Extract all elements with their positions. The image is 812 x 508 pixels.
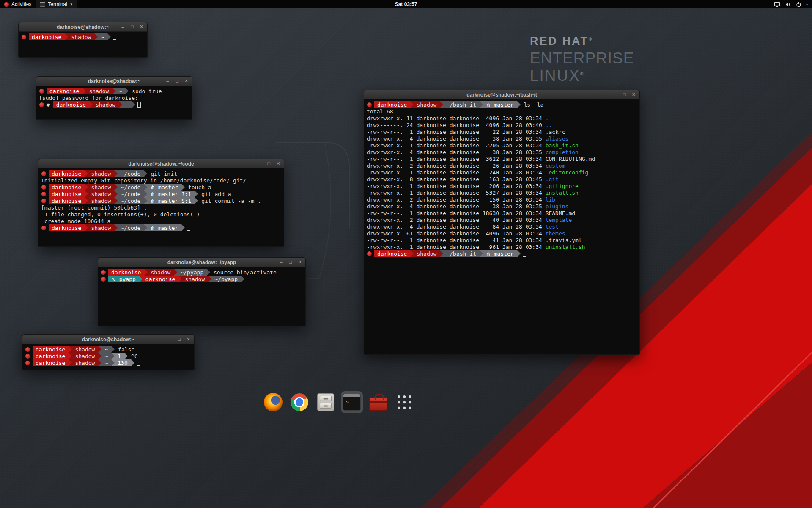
terminal-content[interactable]: darknoiseshadow~ sudo true[sudo] passwor… <box>36 86 192 110</box>
terminal-text: create mode 100644 a <box>41 218 110 224</box>
dock-item-files[interactable] <box>315 391 337 413</box>
powerline-arrow-icon <box>144 184 147 190</box>
terminal-line: -rwxrwxr-x. 1 darknoise darknoise 240 Ja… <box>367 169 637 176</box>
prompt-segment: ⋔ master S:1 <box>147 197 195 204</box>
terminal-text: drwxrwxr-x. 2 darknoise darknoise 40 Jan… <box>367 216 546 223</box>
prompt-segment: shadow <box>88 184 114 190</box>
close-button[interactable]: ✕ <box>184 79 189 83</box>
terminal-line: darknoiseshadow~/bash-it⋔ master <box>367 250 637 257</box>
prompt-segment: shadow <box>88 224 114 231</box>
prompt-segment: darknoise <box>49 197 85 204</box>
dock-item-chrome[interactable] <box>288 391 310 413</box>
prompt-segment: darknoise <box>33 353 69 359</box>
maximize-button[interactable]: □ <box>266 161 272 166</box>
prompt-segment: darknoise <box>143 276 178 282</box>
terminal-text: -rwxrwxr-x. 1 darknoise darknoise 961 Ja… <box>367 243 546 250</box>
terminal-text: plugins <box>546 203 569 210</box>
rhel-logo-enterprise: ENTERPRISE <box>530 50 634 66</box>
powerline-arrow-icon <box>131 359 134 366</box>
maximize-button[interactable]: □ <box>129 25 135 29</box>
powerline-arrow-icon <box>111 346 115 353</box>
terminal-line: -rwxrwxr-x. 1 darknoise darknoise 2205 J… <box>367 142 637 149</box>
window-titlebar[interactable]: darknoise@shadow:~/code – □ ✕ <box>38 159 284 168</box>
terminal-line: darknoiseshadow~ false <box>25 346 192 353</box>
terminal-text: drwxrwxr-x. 4 darknoise darknoise 38 Jan… <box>367 203 546 210</box>
terminal-content[interactable]: darknoiseshadow~ <box>19 32 147 42</box>
minimize-button[interactable]: – <box>257 161 262 166</box>
window-titlebar[interactable]: darknoise@shadow:~/pyapp – □ ✕ <box>98 258 305 267</box>
close-button[interactable]: ✕ <box>139 25 144 29</box>
terminal-window-pyapp[interactable]: darknoise@shadow:~/pyapp – □ ✕ darknoise… <box>98 257 306 326</box>
terminal-line: darknoiseshadow~1 ^C <box>25 353 192 359</box>
close-button[interactable]: ✕ <box>297 260 302 265</box>
minimize-button[interactable]: – <box>278 260 284 265</box>
terminal-window-sudo[interactable]: darknoise@shadow:~ – □ ✕ darknoiseshadow… <box>36 76 192 120</box>
minimize-button[interactable]: – <box>167 337 173 342</box>
prompt-segment: shadow <box>93 101 119 108</box>
minimize-button[interactable]: – <box>120 25 126 29</box>
prompt-segment: darknoise <box>29 33 65 40</box>
terminal-icon: >_ <box>343 394 361 411</box>
terminal-line: darknoiseshadow~/code git init <box>41 170 281 177</box>
app-menu-label: Terminal <box>48 1 67 7</box>
window-title: darknoise@shadow:~/code <box>38 161 284 167</box>
terminal-text: 1 file changed, 0 insertions(+), 0 delet… <box>41 211 200 218</box>
power-icon <box>796 2 801 7</box>
dock-item-terminal[interactable]: >_ <box>341 391 363 413</box>
terminal-content[interactable]: darknoiseshadow~/bash-it⋔ master ls -lat… <box>364 99 639 259</box>
terminal-window-code[interactable]: darknoise@shadow:~/code – □ ✕ darknoises… <box>38 159 284 247</box>
system-status-area[interactable]: ▾ <box>774 0 812 8</box>
maximize-button[interactable]: □ <box>622 92 627 97</box>
terminal-text: .git <box>546 176 559 182</box>
window-titlebar[interactable]: darknoise@shadow:~/bash-it – □ ✕ <box>364 90 639 99</box>
terminal-line: drwxrwxr-x. 8 darknoise darknoise 163 Ja… <box>367 176 637 182</box>
terminal-line: -rw-rw-r--. 1 darknoise darknoise 22 Jan… <box>367 128 637 135</box>
terminal-window-home-1[interactable]: darknoise@shadow:~ – □ ✕ darknoiseshadow… <box>18 22 148 58</box>
window-titlebar[interactable]: darknoise@shadow:~ – □ ✕ <box>19 22 147 32</box>
terminal-text: .. <box>546 121 552 128</box>
minimize-button[interactable]: – <box>612 92 618 97</box>
terminal-content[interactable]: darknoiseshadow~/code git initInitialize… <box>38 168 284 233</box>
window-titlebar[interactable]: darknoise@shadow:~ – □ ✕ <box>22 335 194 344</box>
dock-item-toolbox[interactable] <box>367 391 389 413</box>
app-menu-terminal[interactable]: Terminal ▼ <box>36 0 77 8</box>
close-button[interactable]: ✕ <box>631 92 636 97</box>
redhat-prompt-icon <box>41 226 46 230</box>
maximize-button[interactable]: □ <box>176 337 182 342</box>
terminal-window-bash-it[interactable]: darknoise@shadow:~/bash-it – □ ✕ darknoi… <box>364 90 640 355</box>
maximize-button[interactable]: □ <box>174 79 180 83</box>
dock-item-app-grid[interactable] <box>393 391 415 413</box>
terminal-text: -rw-rw-r--. 1 darknoise darknoise 18630 … <box>367 210 546 216</box>
terminal-text: source bin/activate <box>210 269 277 276</box>
terminal-icon-glyph: >_ <box>346 400 351 405</box>
window-titlebar[interactable]: darknoise@shadow:~ – □ ✕ <box>36 77 192 86</box>
prompt-segment: darknoise <box>33 346 69 353</box>
terminal-text: drwxrwxr-x. 4 darknoise darknoise 38 Jan… <box>367 149 546 155</box>
prompt-segment: ~/code <box>118 224 144 231</box>
activities-button[interactable]: Activities <box>0 0 36 8</box>
powerline-arrow-icon <box>480 250 483 257</box>
redhat-prompt-icon <box>41 199 46 203</box>
powerline-arrow-icon <box>85 224 88 231</box>
terminal-line: create mode 100644 a <box>41 218 281 224</box>
terminal-text: Initialized empty Git repository in /hom… <box>41 177 246 184</box>
minimize-button[interactable]: – <box>165 79 170 83</box>
firefox-icon <box>264 393 283 411</box>
powerline-arrow-icon <box>241 276 244 282</box>
close-button[interactable]: ✕ <box>275 161 281 166</box>
prompt-segment: ~/code <box>118 190 144 197</box>
redhat-prompt-icon <box>367 102 372 107</box>
terminal-text: -rw-rw-r--. 1 darknoise darknoise 22 Jan… <box>367 128 546 135</box>
terminal-line: [sudo] password for darknoise: <box>39 94 189 101</box>
close-button[interactable]: ✕ <box>186 337 191 342</box>
terminal-text: [master (root-commit) 50bcb63] . <box>41 204 147 211</box>
terminal-window-home-2[interactable]: darknoise@shadow:~ – □ ✕ darknoiseshadow… <box>22 334 195 370</box>
powerline-arrow-icon <box>65 33 68 40</box>
dock-item-firefox[interactable] <box>262 391 284 413</box>
terminal-line: drwxrwxr-x. 4 darknoise darknoise 84 Jan… <box>367 223 637 230</box>
terminal-content[interactable]: darknoiseshadow~ falsedarknoiseshadow~1 … <box>22 344 194 368</box>
powerline-arrow-icon <box>98 353 102 359</box>
clock[interactable]: Sat 03:57 <box>395 1 417 7</box>
terminal-content[interactable]: darknoiseshadow~/pyapp source bin/activa… <box>98 267 305 284</box>
maximize-button[interactable]: □ <box>288 260 293 265</box>
